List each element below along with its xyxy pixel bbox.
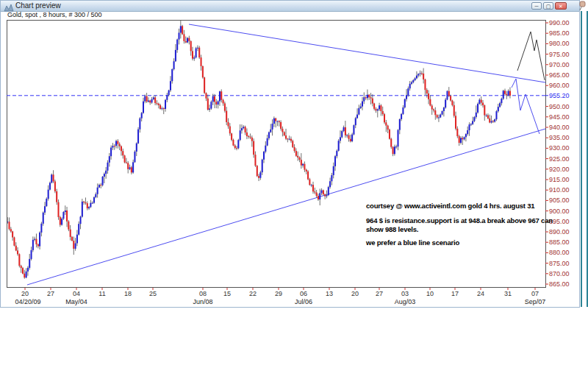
candle-down: [68, 222, 69, 230]
candle-up: [262, 160, 263, 172]
candle-up: [193, 57, 195, 59]
candle-up: [97, 188, 98, 194]
candle-down: [304, 164, 305, 170]
candle-down: [433, 110, 434, 110]
candle-up: [129, 167, 131, 169]
candle-up: [98, 185, 100, 188]
candle-up: [29, 259, 30, 268]
x-axis-day-label: 29: [275, 290, 282, 297]
candle-up: [212, 96, 214, 102]
candle-down: [316, 192, 318, 196]
candle-up: [498, 107, 499, 111]
candle-up: [495, 111, 497, 119]
candle-down: [309, 180, 310, 185]
candle-up: [78, 224, 79, 235]
candle-up: [75, 244, 76, 249]
x-axis-day-label: 11: [98, 290, 105, 297]
candle-up: [34, 239, 35, 240]
candle-up: [362, 102, 363, 107]
candle-down: [182, 26, 183, 34]
candle-up: [486, 116, 487, 116]
candle-up: [44, 206, 46, 213]
candle-up: [353, 125, 354, 135]
candle-down: [314, 191, 315, 192]
candle-up: [240, 130, 241, 140]
candle-up: [259, 172, 261, 178]
candle-down: [484, 105, 485, 116]
candle-up: [153, 97, 154, 99]
candle-up: [417, 74, 419, 75]
candle-down: [250, 137, 251, 138]
candle-up: [491, 121, 492, 122]
candle-up: [398, 130, 399, 147]
candle-up: [311, 185, 312, 185]
y-axis-label: 920.00: [549, 166, 570, 173]
candle-up: [268, 132, 270, 138]
candle-up: [331, 175, 332, 181]
y-axis-label: 870.00: [549, 270, 570, 277]
x-axis-day-label: 20: [351, 290, 359, 297]
candle-down: [223, 100, 224, 104]
x-axis-month-label: Jun/08: [193, 298, 212, 305]
candle-down: [87, 203, 88, 208]
candle-down: [234, 146, 236, 148]
x-axis-day-label: 03: [401, 290, 409, 297]
candle-down: [387, 126, 389, 130]
candle-up: [61, 219, 62, 224]
candle-down: [215, 102, 217, 105]
candle-up: [501, 99, 502, 103]
current-price-label: 955.20: [549, 92, 570, 99]
candle-down: [70, 230, 71, 237]
candle-down: [372, 99, 373, 104]
candle-up: [379, 105, 380, 109]
candle-up: [187, 38, 188, 43]
candle-down: [448, 91, 450, 96]
candle-down: [13, 238, 15, 246]
x-axis-day-label: 08: [199, 290, 207, 297]
chart-annotation: courtsey @ www.activeintl.com gold 4 hrs…: [366, 202, 542, 253]
candle-up: [112, 146, 113, 147]
candle-down: [17, 250, 18, 254]
candle-up: [88, 207, 90, 208]
candle-down: [258, 176, 259, 178]
candle-down: [390, 139, 392, 147]
candle-up: [107, 163, 108, 171]
y-axis-label: 900.00: [549, 208, 570, 215]
candle-down: [159, 105, 161, 109]
candle-up: [241, 128, 243, 130]
x-axis-day-label: 27: [47, 290, 54, 297]
y-axis-label: 880.00: [549, 249, 570, 256]
y-axis-label: 970.00: [549, 61, 570, 68]
candle-up: [175, 50, 176, 61]
candle-down: [205, 93, 207, 98]
candle-up: [151, 99, 153, 103]
candle-down: [246, 132, 248, 136]
candle-down: [312, 185, 314, 191]
candle-down: [299, 158, 301, 160]
y-axis-label: 905.00: [549, 197, 570, 204]
candle-up: [110, 148, 112, 157]
y-axis-label: 875.00: [549, 260, 570, 267]
candle-down: [295, 151, 297, 156]
candle-down: [375, 109, 376, 110]
candle-down: [207, 99, 209, 110]
candle-up: [176, 40, 178, 50]
candle-down: [365, 97, 367, 98]
candle-up: [136, 144, 137, 152]
x-axis-day-label: 10: [426, 290, 434, 297]
candle-down: [382, 111, 384, 114]
candle-down: [275, 118, 276, 121]
annotation-line: courtsey @ www.activeintl.com gold 4 hrs…: [366, 202, 534, 210]
candle-down: [24, 274, 25, 277]
candle-down: [389, 130, 390, 139]
candle-down: [437, 115, 438, 117]
candle-down: [287, 138, 288, 139]
candle-up: [333, 166, 334, 175]
candle-up: [104, 174, 105, 177]
x-axis-month-label: Aug/03: [395, 298, 416, 305]
candle-up: [440, 115, 441, 118]
candle-up: [32, 240, 34, 250]
candle-down: [323, 191, 324, 195]
candle-down: [236, 148, 237, 149]
candle-up: [210, 102, 212, 108]
